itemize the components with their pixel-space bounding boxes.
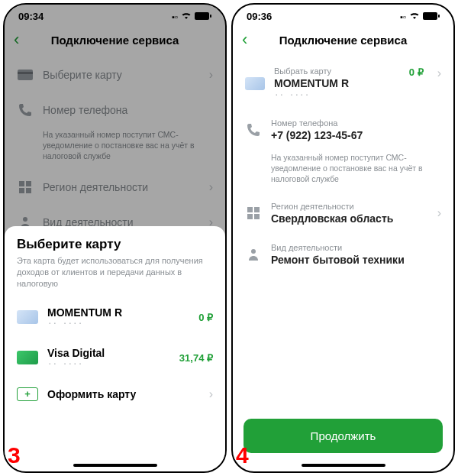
card-balance: 0 ₽ (409, 66, 424, 78)
continue-button[interactable]: Продолжить (244, 419, 443, 453)
form-content: Выбрать карту MOMENTUM R ·· ···· 0 ₽ › Н… (233, 57, 453, 275)
add-card-icon: + (17, 387, 38, 401)
selected-card-row[interactable]: Выбрать карту MOMENTUM R ·· ···· 0 ₽ › (233, 57, 453, 109)
card-picker-sheet: Выберите карту Эта карта будет использов… (5, 226, 225, 471)
screen-4: 09:36 ▪▫ ‹ Подключение сервиса Выбрать к… (231, 3, 455, 473)
svg-rect-12 (254, 207, 260, 212)
card-thumb-icon (245, 77, 265, 90)
step-number-3: 3 (8, 442, 21, 468)
phone-field-label: Номер телефона (271, 118, 441, 128)
svg-rect-10 (438, 15, 440, 18)
region-icon (245, 205, 262, 222)
card-mask: ·· ···· (47, 359, 170, 369)
activity-row[interactable]: Вид деятельности Ремонт бытовой техники (233, 234, 453, 275)
continue-button-label: Продолжить (311, 429, 376, 442)
svg-rect-14 (254, 214, 260, 219)
sheet-subtitle: Эта карта будет использоваться для получ… (5, 255, 225, 297)
card-option-momentum[interactable]: MOMENTUM R ·· ···· 0 ₽ (5, 297, 225, 338)
svg-rect-13 (247, 214, 253, 219)
chevron-right-icon: › (437, 66, 441, 80)
screen-3: 09:34 ▪▫ ‹ Подключение сервиса Выберите … (3, 3, 227, 473)
phone-icon (245, 121, 262, 138)
card-thumb-icon (17, 351, 38, 364)
card-balance: 31,74 ₽ (179, 352, 213, 364)
new-card-label: Оформить карту (47, 388, 200, 400)
region-row[interactable]: Регион деятельности Свердловская область… (233, 193, 453, 234)
step-number-4: 4 (236, 442, 249, 468)
page-title: Подключение сервиса (242, 34, 444, 47)
chevron-right-icon: › (209, 387, 213, 401)
battery-icon (423, 12, 440, 21)
region-field-label: Регион деятельности (271, 202, 428, 211)
svg-point-15 (251, 249, 256, 254)
card-mask: ·· ···· (47, 319, 189, 329)
phone-row[interactable]: Номер телефона +7 (922) 123-45-67 (233, 109, 453, 151)
home-indicator[interactable] (302, 464, 385, 467)
activity-field-value: Ремонт бытовой техники (271, 254, 441, 266)
card-field-value: MOMENTUM R (274, 77, 400, 89)
phone-helper: На указанный номер поступит СМС-уведомле… (233, 151, 453, 193)
card-option-visa[interactable]: Visa Digital ·· ···· 31,74 ₽ (5, 338, 225, 378)
svg-rect-11 (247, 207, 253, 212)
phone-field-value: +7 (922) 123-45-67 (271, 129, 441, 141)
region-field-value: Свердловская область (271, 212, 428, 225)
header: ‹ Подключение сервиса (233, 24, 453, 57)
card-name: Visa Digital (47, 347, 170, 359)
card-field-label: Выбрать карту (274, 66, 400, 76)
sheet-title: Выберите карту (5, 237, 225, 255)
status-bar: 09:36 ▪▫ (233, 5, 453, 24)
card-mask: ·· ···· (274, 90, 400, 100)
card-balance: 0 ₽ (198, 312, 213, 323)
status-icons: ▪▫ (400, 12, 440, 21)
clock: 09:36 (247, 11, 272, 22)
activity-icon (245, 246, 262, 263)
card-name: MOMENTUM R (47, 306, 189, 319)
card-thumb-icon (17, 310, 38, 324)
activity-field-label: Вид деятельности (271, 243, 441, 252)
signal-icon: ▪▫ (400, 12, 406, 21)
svg-rect-9 (423, 12, 437, 20)
home-indicator[interactable] (73, 464, 157, 467)
new-card-row[interactable]: + Оформить карту › (5, 378, 225, 410)
chevron-right-icon: › (437, 206, 441, 220)
wifi-icon (409, 12, 420, 21)
